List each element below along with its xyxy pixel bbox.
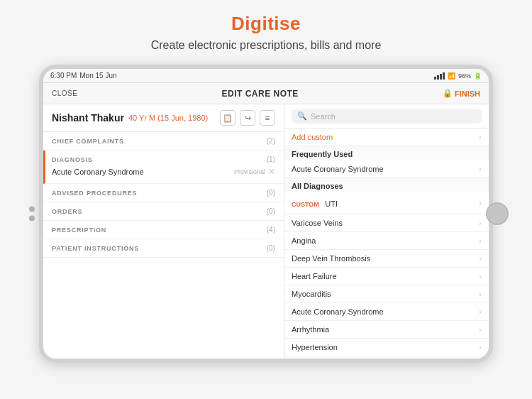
- diag-item-name: Angina: [292, 236, 316, 245]
- diag-item-name: Arrhythmia: [292, 325, 329, 334]
- status-time: 6:30 PM: [50, 72, 77, 80]
- ipad-home-button[interactable]: [486, 202, 509, 225]
- patient-header: Nishant Thakur 40 Yr M (15 Jun, 1980) 📋 …: [43, 104, 284, 132]
- list-item[interactable]: Angina ›: [284, 232, 489, 250]
- patient-actions: 📋 ↪ ≡: [220, 110, 275, 126]
- diag-chevron: ›: [479, 325, 482, 334]
- section-label-instructions: PATIENT INSTRUCTIONS: [52, 245, 139, 252]
- signal-bar-3: [440, 74, 442, 80]
- page-title: Digitise: [231, 13, 301, 35]
- search-bar: 🔍 Search: [284, 104, 489, 129]
- signal-bar-1: [434, 77, 436, 80]
- diagnosis-name: Acute Coronary Syndrome: [52, 168, 144, 176]
- section-count-orders: (0): [267, 207, 275, 215]
- add-custom-row[interactable]: Add custom ›: [284, 129, 489, 146]
- diag-chevron: ›: [479, 219, 482, 227]
- diagnosis-scroll-area: Frequently Used Acute Coronary Syndrome …: [284, 146, 489, 359]
- signal-bar-2: [437, 75, 439, 80]
- diag-chevron: ›: [479, 343, 482, 351]
- nav-bar: CLOSE EDIT CARE NOTE 🔒 FINISH: [43, 83, 489, 104]
- list-item[interactable]: Varicose Veins ›: [284, 214, 489, 232]
- close-button[interactable]: CLOSE: [52, 89, 77, 97]
- diag-item-name: Heart Failure: [292, 272, 337, 280]
- all-diagnoses-header: All Diagnoses: [284, 178, 489, 192]
- status-date: Mon 15 Jun: [79, 72, 116, 80]
- diag-chevron: ›: [479, 236, 482, 245]
- section-label-orders: ORDERS: [52, 208, 82, 215]
- section-label-chief: CHIEF COMPLAINTS: [52, 138, 124, 145]
- diag-item-name: Deep Vein Thrombosis: [292, 254, 370, 263]
- list-item[interactable]: Heart Failure ›: [284, 268, 489, 285]
- section-count-instructions: (0): [267, 244, 275, 252]
- diag-item-name: Hypertension: [292, 343, 338, 351]
- nav-title: EDIT CARE NOTE: [222, 89, 299, 99]
- patient-action-2[interactable]: ↪: [240, 110, 255, 126]
- diagnosis-close-button[interactable]: ✕: [268, 167, 275, 177]
- diag-item-name: Myocarditis: [292, 290, 331, 298]
- ipad-side-buttons: [29, 207, 35, 222]
- lock-icon: 🔒: [443, 89, 453, 98]
- wifi-icon: 📶: [448, 72, 455, 80]
- diag-item-name: Acute Coronary Syndrome: [292, 307, 384, 316]
- section-count-procedures: (0): [267, 189, 275, 197]
- section-diagnosis: DIAGNOSIS (1) Acute Coronary Syndrome Pr…: [43, 151, 284, 184]
- frequently-used-header: Frequently Used: [284, 146, 489, 160]
- section-label-prescription: PRESCRIPTION: [52, 226, 106, 234]
- list-item[interactable]: Acute Coronary Syndrome ›: [284, 160, 489, 178]
- section-prescription: PRESCRIPTION (4): [43, 221, 284, 239]
- left-panel: Nishant Thakur 40 Yr M (15 Jun, 1980) 📋 …: [43, 104, 284, 359]
- add-custom-label: Add custom: [292, 133, 333, 141]
- list-item[interactable]: Hypertension ›: [284, 339, 489, 356]
- diag-chevron: ›: [479, 307, 482, 316]
- diag-item-name: UTI: [325, 200, 338, 208]
- patient-action-3[interactable]: ≡: [260, 110, 275, 126]
- add-custom-chevron: ›: [479, 133, 482, 141]
- diagnosis-tag: Provisional: [234, 168, 265, 175]
- patient-meta: 40 Yr M (15 Jun, 1980): [128, 114, 208, 122]
- signal-bars: [434, 72, 445, 80]
- patient-info: Nishant Thakur 40 Yr M (15 Jun, 1980): [52, 112, 208, 124]
- section-chief-complaints: CHIEF COMPLAINTS (2): [43, 132, 284, 151]
- diag-chevron: ›: [479, 254, 482, 263]
- diag-item-name: Acute Coronary Syndrome: [292, 165, 384, 173]
- diag-chevron: ›: [479, 199, 482, 207]
- patient-name: Nishant Thakur: [52, 112, 124, 124]
- section-count-prescription: (4): [267, 226, 275, 234]
- ipad-dot-2: [29, 216, 35, 222]
- section-label-procedures: ADVISED PROCEDURES: [52, 190, 137, 197]
- diagnosis-entry: Acute Coronary Syndrome Provisional ✕: [52, 163, 275, 178]
- signal-bar-4: [443, 72, 445, 80]
- status-bar-right: 📶 96% 🔋: [434, 72, 482, 80]
- search-input[interactable]: Search: [311, 112, 336, 121]
- list-item[interactable]: Arrhythmia ›: [284, 321, 489, 339]
- diag-chevron: ›: [479, 165, 482, 173]
- battery-percent: 96%: [458, 72, 471, 80]
- search-input-wrapper[interactable]: 🔍 Search: [292, 109, 482, 124]
- status-bar: 6:30 PM Mon 15 Jun 📶 96% 🔋: [43, 69, 489, 83]
- diag-item-name: Varicose Veins: [292, 219, 343, 227]
- diag-chevron: ›: [479, 290, 482, 298]
- page-subtitle: Create electronic prescriptions, bills a…: [151, 39, 382, 52]
- section-orders: ORDERS (0): [43, 202, 284, 221]
- section-count-diagnosis: (1): [267, 155, 275, 163]
- right-panel: 🔍 Search Add custom › Frequently Used Ac…: [284, 104, 489, 359]
- ipad-screen: 6:30 PM Mon 15 Jun 📶 96% 🔋 CLOSE EDIT CA…: [43, 69, 489, 359]
- diag-chevron: ›: [479, 272, 482, 280]
- ipad-frame: 6:30 PM Mon 15 Jun 📶 96% 🔋 CLOSE EDIT CA…: [39, 65, 493, 363]
- list-item[interactable]: Acute Coronary Syndrome ›: [284, 303, 489, 321]
- ipad-dot-1: [29, 207, 35, 212]
- list-item[interactable]: Deep Vein Thrombosis ›: [284, 250, 489, 268]
- list-item[interactable]: Myocardial Infarction ›: [284, 356, 489, 359]
- battery-icon: 🔋: [474, 72, 482, 80]
- patient-action-1[interactable]: 📋: [220, 110, 235, 126]
- status-bar-left: 6:30 PM Mon 15 Jun: [50, 72, 117, 80]
- search-icon: 🔍: [297, 111, 307, 121]
- section-patient-instructions: PATIENT INSTRUCTIONS (0): [43, 239, 284, 258]
- list-item[interactable]: CUSTOM UTI ›: [284, 192, 489, 214]
- finish-button[interactable]: 🔒 FINISH: [443, 89, 480, 98]
- diag-item-tag: CUSTOM: [292, 201, 319, 208]
- list-item[interactable]: Myocarditis ›: [284, 285, 489, 303]
- main-content: Nishant Thakur 40 Yr M (15 Jun, 1980) 📋 …: [43, 104, 489, 359]
- section-advised-procedures: ADVISED PROCEDURES (0): [43, 184, 284, 202]
- section-label-diagnosis: DIAGNOSIS: [52, 156, 93, 163]
